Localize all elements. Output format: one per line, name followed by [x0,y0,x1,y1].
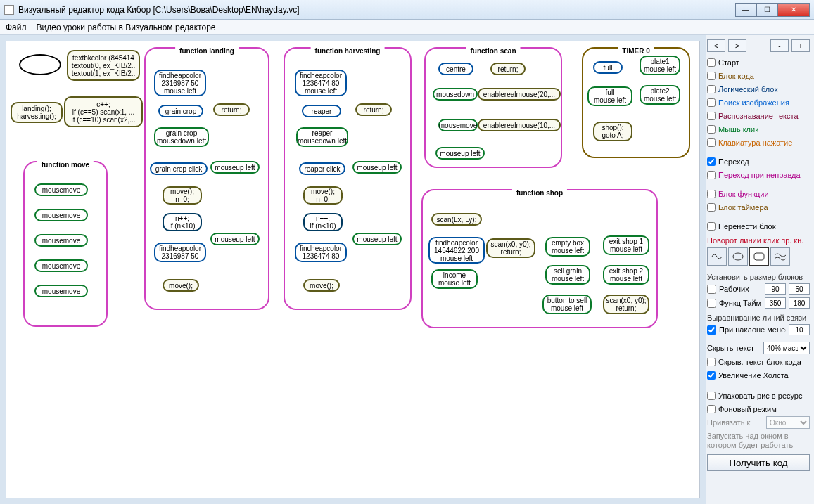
trans-gofalse-check[interactable] [707,171,716,179]
node-l-move2[interactable]: move(); [163,279,199,292]
menu-video[interactable]: Видео уроки работы в Визуальном редактор… [37,22,216,32]
node-mm5[interactable]: mousemove [34,285,88,297]
size-work-h[interactable] [789,283,810,295]
node-h-if[interactable]: n++; if (n<10) [303,213,343,231]
node-t-full[interactable]: full [593,61,623,74]
node-s-centre[interactable]: centre [438,63,473,75]
node-h-mup2[interactable]: mouseup left [352,233,402,245]
hide-text-select[interactable]: 40% масш [763,342,810,354]
tool-start-label[interactable]: Старт [718,58,739,67]
tool-imgsearch-check[interactable] [707,98,716,107]
bgmode-row[interactable]: Фоновый режим [707,403,810,415]
node-mm3[interactable]: mousemove [34,234,88,247]
node-mm2[interactable]: mousemove [34,209,88,221]
node-s-return[interactable]: return; [490,63,526,75]
node-s-mdown[interactable]: mousedown [433,88,478,101]
node-l-move1[interactable]: move(); n=0; [163,186,202,205]
node-h-move2[interactable]: move(); [303,279,340,292]
node-h-reap1[interactable]: reaper [302,105,341,117]
block-func-label[interactable]: Блок функции [718,190,769,198]
pack-label[interactable]: Упаковать рис в ресурс [718,392,803,400]
menu-file[interactable]: Файл [6,22,27,32]
node-mm4[interactable]: mousemove [34,259,88,272]
tool-mouse-label[interactable]: Мышь клик [718,125,758,134]
get-code-button[interactable]: Получить код [707,454,810,471]
size-func-check[interactable] [707,299,716,308]
node-sh-scan[interactable]: scan(Lx, Ly); [431,213,482,226]
tool-logic-check[interactable] [707,85,716,93]
align-slope-check[interactable] [707,325,716,335]
node-sh-exit1[interactable]: exit shop 1 mouse left [603,235,649,255]
tool-keyboard-label[interactable]: Клавиатура нажатие [718,138,792,147]
canvas[interactable]: textbkcolor (845414 textout(0, ex_KIB/2.… [6,41,699,498]
node-l-find2[interactable]: findheapcolor 2316987 50 [154,243,206,262]
tool-ocr[interactable]: Распознавание текста [707,110,810,122]
canvas-area[interactable]: textbkcolor (845414 textout(0, ex_KIB/2.… [6,41,700,498]
maximize-button[interactable]: ☐ [756,3,777,17]
node-sh-sell[interactable]: sell grain mouse left [545,265,590,285]
tool-keyboard-check[interactable] [707,138,716,147]
zoom-in-button[interactable]: + [791,39,810,52]
node-t-shop[interactable]: shop(); goto A; [593,122,632,141]
shape-ellipse[interactable] [728,247,748,266]
block-timer-check[interactable] [707,203,716,212]
node-h-return[interactable]: return; [355,103,392,116]
tool-imgsearch-label[interactable]: Поиск изображения [718,98,789,107]
node-land-harv[interactable]: landing(); harvesting(); [11,102,63,123]
pack-row[interactable]: Упаковать рис в ресурс [707,389,810,401]
tool-logic[interactable]: Логический блок [707,83,810,95]
block-move-label[interactable]: Перенести блок [718,222,775,231]
pack-check[interactable] [707,392,716,400]
node-h-find2[interactable]: findheapcolor 1236474 80 [295,243,347,262]
trans-go-check[interactable] [707,157,716,166]
node-sh-exit2[interactable]: exit shop 2 mouse left [603,265,649,285]
hide-block-check[interactable] [707,358,716,366]
tool-logic-label[interactable]: Логический блок [718,85,777,93]
node-l-mup2[interactable]: mouseup left [210,233,260,245]
node-l-grain1[interactable]: grain crop [158,105,203,117]
tool-start-check[interactable] [707,58,716,67]
tool-code-check[interactable] [707,72,716,80]
minimize-button[interactable]: — [735,3,756,17]
tool-start[interactable]: Старт [707,56,810,68]
tool-ocr-check[interactable] [707,112,716,120]
node-l-grain2[interactable]: grain crop mousedown left [154,127,209,147]
node-l-grainc[interactable]: grain crop click [150,162,208,175]
node-h-mup1[interactable]: mouseup left [352,161,402,174]
start-node[interactable] [19,54,61,75]
zoom-out-button[interactable]: - [770,39,789,52]
node-cplus[interactable]: c++; if (c==5) scan(x1, ... if (c==10) s… [64,96,143,127]
tool-ocr-label[interactable]: Распознавание текста [718,112,799,120]
trans-gofalse-label[interactable]: Переход при неправда [718,171,801,179]
node-s-mm[interactable]: mousemove [438,119,478,131]
node-sh-income[interactable]: income mouse left [431,269,478,289]
node-l-if[interactable]: n++; if (n<10) [163,213,202,231]
close-button[interactable]: ✕ [777,3,810,17]
trans-go[interactable]: Переход [707,155,810,167]
tool-code[interactable]: Блок кода [707,70,810,82]
align-slope-val[interactable] [789,324,810,335]
hide-block-row[interactable]: Скрыв. текст блок кода [707,356,810,368]
zoom-canvas-row[interactable]: Увеличение Холста [707,369,810,381]
block-move-check[interactable] [707,222,716,231]
block-func[interactable]: Блок функции [707,188,810,200]
bgmode-label[interactable]: Фоновый режим [718,405,777,413]
node-sh-empty[interactable]: empty box mouse left [545,237,590,257]
block-move[interactable]: Перенести блок [707,220,810,232]
hide-block-label[interactable]: Скрыв. текст блок кода [718,358,801,366]
node-s-erm20[interactable]: enablerealmouse(20,... [478,88,561,101]
node-h-reapc[interactable]: reaper click [299,162,345,175]
size-work-check[interactable] [707,285,716,294]
size-func-w[interactable] [765,297,786,309]
node-sh-scanr2[interactable]: scan(x0, y0); return; [603,295,649,314]
bgmode-check[interactable] [707,405,716,413]
node-t-plate1[interactable]: plate1 mouse left [640,56,680,75]
node-t-plate2[interactable]: plate2 mouse left [640,85,680,105]
node-l-mup1[interactable]: mouseup left [210,161,260,174]
block-timer[interactable]: Блок таймера [707,201,810,213]
node-h-reap2[interactable]: reaper mousedown left [296,127,348,147]
nav-forward-button[interactable]: > [728,39,746,52]
zoom-canvas-label[interactable]: Увеличение Холста [718,371,789,380]
zoom-canvas-check[interactable] [707,371,716,380]
node-l-find[interactable]: findheapcolor 2316987 50 mouse left [154,70,206,96]
